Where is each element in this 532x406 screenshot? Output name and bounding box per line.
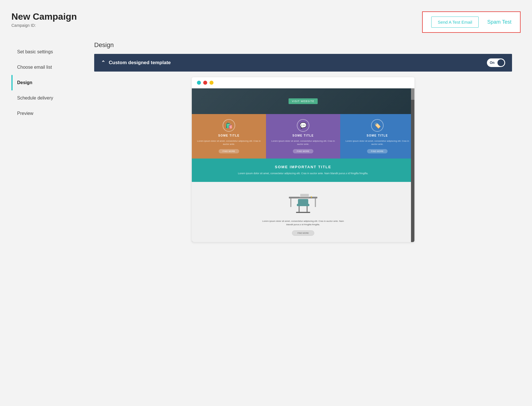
svg-rect-6 [307,206,308,212]
product-title-3: SOME TITLE [367,134,388,137]
scrollbar-track[interactable] [411,88,414,242]
product-icon-1: 🛍️ [223,119,235,132]
product-btn-2: FIND MORE [293,149,313,153]
toggle-on-label: On [490,61,495,65]
chair-image [286,188,320,217]
sidebar-item-set-basic-settings[interactable]: Set basic settings [11,44,86,60]
product-desc-3: Lorem ipsum dolor sit amet, consectetur … [344,139,410,146]
chair-section: Lorem ipsum dolor sit amet, consectetur … [192,182,414,242]
template-bar: ⌃ Custom designed template On [94,54,512,72]
email-header-image: VISIT WEBSITE [192,88,414,114]
sidebar-item-choose-email-list[interactable]: Choose email list [11,60,86,75]
main-content: Set basic settings Choose email list Des… [11,41,521,242]
template-toggle[interactable]: On [487,58,505,67]
campaign-id: Campaign ID: [11,23,77,28]
product-cell-2: 💬 SOME TITLE Lorem ipsum dolor sit amet,… [266,114,340,159]
email-body[interactable]: VISIT WEBSITE 🛍️ SOME TITLE Lorem ipsum … [192,88,414,242]
important-desc: Lorem ipsum dolor sit amet, consectetur … [200,171,406,175]
svg-rect-5 [299,206,300,212]
page-header: New Campaign Campaign ID: Send A Test Em… [11,11,521,33]
dot-yellow [209,81,213,85]
chevron-up-icon: ⌃ [101,60,105,66]
product-desc-2: Lorem ipsum dolor sit amet, consectetur … [270,139,336,146]
sidebar-item-preview[interactable]: Preview [11,106,86,121]
email-content: VISIT WEBSITE 🛍️ SOME TITLE Lorem ipsum … [192,88,414,242]
svg-rect-7 [296,212,310,213]
sidebar-item-schedule-delivery[interactable]: Schedule delivery [11,90,86,106]
product-icon-2: 💬 [297,119,309,132]
dot-green [197,81,201,85]
dot-red [203,81,207,85]
sidebar: Set basic settings Choose email list Des… [11,41,86,242]
action-buttons-box: Send A Test Email Spam Test [422,11,521,33]
send-test-email-button[interactable]: Send A Test Email [431,17,479,28]
window-title-bar [192,77,414,88]
product-title-1: SOME TITLE [218,134,240,137]
svg-rect-4 [298,199,308,205]
page-title: New Campaign [11,11,77,22]
important-section: SOME IMPORTANT TITLE Lorem ipsum dolor s… [192,159,414,182]
chair-description: Lorem ipsum dolor sit amet, consectetur … [260,220,346,226]
scrollbar-thumb [411,88,414,100]
svg-rect-1 [290,198,291,207]
product-icon-3: 🏷️ [371,119,384,132]
product-btn-1: FIND MORE [219,149,239,153]
svg-rect-9 [300,197,309,197]
template-bar-left: ⌃ Custom designed template [101,60,171,66]
email-preview-window: VISIT WEBSITE 🛍️ SOME TITLE Lorem ipsum … [192,77,414,242]
section-title: Design [94,41,512,49]
product-cell-1: 🛍️ SOME TITLE Lorem ipsum dolor sit amet… [192,114,266,159]
header-left: New Campaign Campaign ID: [11,11,77,28]
visit-website-button: VISIT WEBSITE [289,98,318,104]
chair-btn: FIND MORE [292,230,314,236]
toggle-wrap[interactable]: On [487,58,505,67]
template-bar-label: Custom designed template [109,60,171,66]
toggle-knob [497,59,504,66]
product-title-2: SOME TITLE [293,134,314,137]
product-desc-1: Lorem ipsum dolor sit amet, consectetur … [196,139,262,146]
sidebar-item-design[interactable]: Design [11,75,86,90]
product-btn-3: FIND MORE [367,149,388,153]
content-area: Design ⌃ Custom designed template On [86,41,521,242]
spam-test-button[interactable]: Spam Test [487,19,511,25]
svg-rect-2 [315,198,316,207]
products-grid: 🛍️ SOME TITLE Lorem ipsum dolor sit amet… [192,114,414,159]
product-cell-3: 🏷️ SOME TITLE Lorem ipsum dolor sit amet… [340,114,414,159]
important-title: SOME IMPORTANT TITLE [200,165,406,169]
